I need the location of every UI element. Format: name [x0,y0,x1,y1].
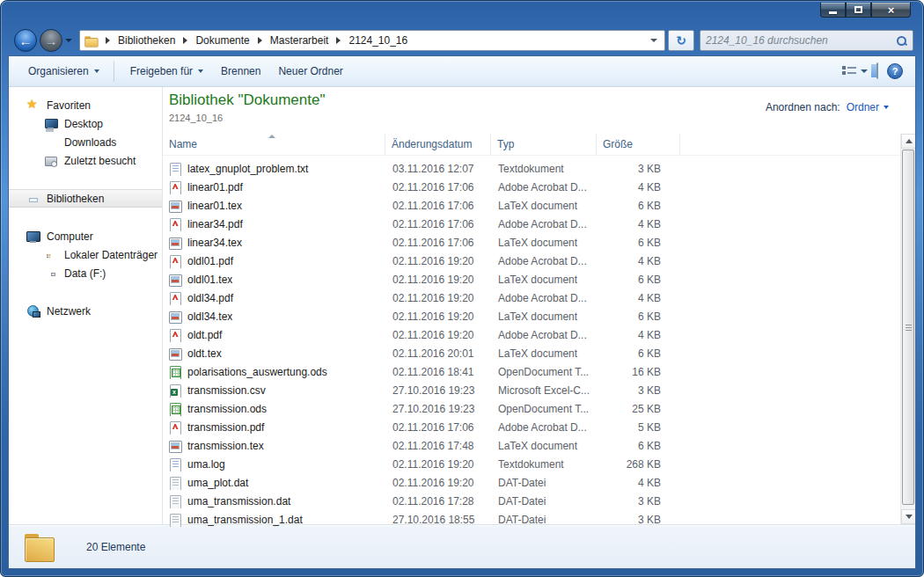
file-row[interactable]: linear01.pdf 02.11.2016 17:06 Adobe Acro… [163,178,900,196]
file-row[interactable]: oldl34.pdf 02.11.2016 19:20 Adobe Acroba… [163,288,900,307]
file-size: 268 KB [597,458,680,471]
breadcrumb-segment[interactable]: Dokumente [175,31,249,50]
toolbar-button[interactable]: Neuer Ordner [269,61,351,82]
help-button[interactable]: ? [887,63,903,79]
scroll-up-button[interactable] [901,134,916,149]
file-name-cell: linear01.pdf [163,180,385,194]
vertical-scrollbar[interactable] [900,134,915,524]
file-row[interactable]: linear01.tex 02.11.2016 17:06 LaTeX docu… [163,196,900,215]
scroll-down-button[interactable] [901,509,916,524]
column-header[interactable]: Typ [491,134,597,155]
file-name-cell: transmission.pdf [163,420,385,435]
command-toolbar: Organisieren Freigeben für Brennen Neuer… [9,56,915,87]
column-header-label: Name [169,138,197,150]
file-row[interactable]: transmission.pdf 02.11.2016 17:06 Adobe … [163,418,900,436]
arrow-up-icon [906,139,913,143]
sidebar-item-label: Downloads [64,136,116,149]
file-name: uma_transmission.dat [187,495,290,508]
sidebar-item[interactable]: Computer [9,227,162,245]
recent-icon [44,154,58,168]
breadcrumb-segment[interactable]: 2124_10_16 [328,31,407,50]
sidebar-item[interactable]: Data (F:) [9,264,162,282]
file-row[interactable]: transmission.csv 27.10.2016 19:23 Micros… [163,381,900,399]
sidebar-item[interactable]: Desktop [9,114,162,133]
change-view-button[interactable] [842,65,868,77]
file-name-cell: uma.log [163,457,385,471]
back-button[interactable]: ← [14,29,37,52]
file-row[interactable]: polarisations_auswertung.ods 02.11.2016 … [163,362,900,381]
search-input[interactable] [706,34,896,47]
sidebar-item[interactable]: Netzwerk [9,302,162,320]
breadcrumb-label: 2124_10_16 [348,34,407,47]
toolbar-button[interactable]: Organisieren [19,61,114,82]
file-list: latex_gnuplot_problem.txt 03.11.2016 12:… [163,156,900,528]
file-name: uma.log [187,458,225,471]
file-row[interactable]: latex_gnuplot_problem.txt 03.11.2016 12:… [163,159,900,178]
file-date: 02.11.2016 19:20 [385,274,491,286]
breadcrumb-segment[interactable]: Bibliotheken [98,31,175,50]
breadcrumb-segment[interactable]: Masterarbeit [250,31,329,50]
maximize-icon [854,6,862,13]
close-button[interactable]: × [871,3,911,18]
scrollbar-thumb[interactable] [902,150,914,505]
file-type: LaTeX document [491,237,597,249]
sidebar-item[interactable]: Favoriten [9,96,162,114]
toolbar-button-label: Brennen [221,65,260,77]
file-row[interactable]: linear34.pdf 02.11.2016 17:06 Adobe Acro… [163,215,900,233]
file-name: transmission.tex [187,440,264,452]
refresh-button[interactable]: ↻ [668,30,694,51]
file-date: 02.11.2016 19:20 [385,310,491,323]
file-name-cell: transmission.tex [163,439,385,453]
file-row[interactable]: transmission.ods 27.10.2016 19:23 OpenDo… [163,399,900,418]
star-icon [26,99,40,113]
recent-pages-dropdown[interactable] [62,29,75,52]
file-row[interactable]: oldl34.tex 02.11.2016 19:20 LaTeX docume… [163,307,900,325]
file-type: OpenDocument T... [491,366,597,378]
address-bar[interactable]: Bibliotheken Dokumente Masterarbeit [79,30,665,51]
toolbar-button[interactable]: Freigeben für [121,61,212,82]
network-icon [26,304,40,318]
toolbar-button-label: Freigeben für [130,65,193,77]
sidebar-item[interactable]: Downloads [9,133,162,151]
chevron-down-icon [65,39,72,42]
file-row[interactable]: oldt.tex 02.11.2016 20:01 LaTeX document… [163,344,900,362]
maximize-button[interactable] [846,3,871,18]
file-row[interactable]: oldl01.tex 02.11.2016 19:20 LaTeX docume… [163,270,900,288]
item-count: 20 Elemente [86,541,145,553]
sidebar-item[interactable]: Lokaler Datenträger [9,245,162,264]
pdf-icon [168,217,182,231]
sidebar-item-label: Netzwerk [47,305,91,318]
file-name-cell: oldt.pdf [163,328,385,342]
column-headers: Name Änderungsdatum Typ Größe [163,134,900,156]
preview-pane-button[interactable] [876,63,878,79]
arrange-by-dropdown[interactable]: Ordner [847,101,889,113]
tex-icon [168,310,182,324]
file-row[interactable]: oldt.pdf 02.11.2016 19:20 Adobe Acrobat … [163,325,900,344]
sidebar-item[interactable]: Zuletzt besucht [9,151,162,170]
drive-icon [44,267,58,281]
file-row[interactable]: uma_plot.dat 02.11.2016 19:20 DAT-Datei … [163,473,900,492]
toolbar-button[interactable]: Brennen [212,61,269,82]
file-name-cell: uma_plot.dat [163,476,385,490]
file-row[interactable]: uma.log 02.11.2016 19:20 Textdokument 26… [163,455,900,473]
file-size: 6 KB [597,440,680,452]
breadcrumb-separator-icon [183,37,187,44]
file-type: Adobe Acrobat D... [491,255,597,267]
back-arrow-icon: ← [19,34,33,47]
file-row[interactable]: linear34.tex 02.11.2016 17:06 LaTeX docu… [163,233,900,252]
downloads-icon [44,135,58,150]
file-row[interactable]: transmission.tex 02.11.2016 17:48 LaTeX … [163,436,900,455]
file-row[interactable]: oldl01.pdf 02.11.2016 19:20 Adobe Acroba… [163,252,900,270]
tex-icon [168,347,182,361]
column-header[interactable]: Änderungsdatum [385,134,491,155]
search-icon[interactable] [896,35,907,47]
file-type: Textdokument [491,163,597,175]
sidebar-item[interactable]: Bibliotheken [9,189,162,208]
column-header[interactable]: Größe [597,134,680,155]
file-row[interactable]: uma_transmission.dat 02.11.2016 17:28 DA… [163,492,900,510]
forward-button[interactable]: → [40,29,62,52]
file-row[interactable]: uma_transmission_1.dat 27.10.2016 18:55 … [163,510,900,528]
minimize-button[interactable] [820,3,846,18]
file-name: transmission.ods [187,403,267,415]
address-dropdown[interactable] [647,31,661,50]
